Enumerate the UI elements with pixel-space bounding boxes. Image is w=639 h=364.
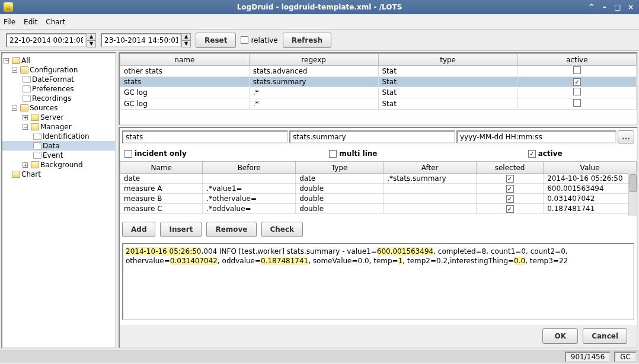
date-to-down-icon[interactable]: ▼ <box>181 40 191 47</box>
close-icon[interactable]: × <box>626 3 635 11</box>
active-checkbox[interactable]: ✓ <box>573 78 581 86</box>
menubar: File Edit Chart <box>0 14 639 30</box>
date-from-down-icon[interactable]: ▼ <box>87 40 96 47</box>
sel-checkbox[interactable]: ✓ <box>506 185 514 193</box>
app-icon: ☕ <box>4 2 13 12</box>
tree-dateformat[interactable]: DateFormat <box>2 75 115 84</box>
multiline-label: multi line <box>339 149 377 158</box>
maximize-icon[interactable]: □ <box>613 3 622 11</box>
date-to-up-icon[interactable]: ▲ <box>181 33 191 40</box>
roll-icon[interactable]: ^ <box>587 3 596 11</box>
tree-server[interactable]: +Server <box>2 113 115 122</box>
add-button[interactable]: Add <box>122 222 155 237</box>
date-from-input[interactable] <box>6 33 87 47</box>
tree-config[interactable]: −Configuration <box>2 65 115 75</box>
sel-checkbox[interactable]: ✓ <box>506 195 514 203</box>
ok-button[interactable]: OK <box>542 328 578 344</box>
datefmt-input[interactable] <box>456 130 616 143</box>
toolbar: ▲▼ ▲▼ Reset relative Refresh <box>0 30 639 51</box>
active-checkbox[interactable]: ✓ <box>528 150 536 158</box>
tree-sources[interactable]: −Sources <box>2 103 115 113</box>
log-preview: 2014-10-16 05:26:50,004 INFO [test.worke… <box>122 243 634 320</box>
fcol-name[interactable]: Name <box>120 162 203 174</box>
titlebar: ☕ LogDruid - logdruid-template.xml - /LO… <box>0 0 639 14</box>
fcol-selected[interactable]: selected <box>476 162 543 174</box>
menu-chart[interactable]: Chart <box>46 18 65 26</box>
statusbar: 901/1456 GC <box>0 350 639 363</box>
fcol-type[interactable]: Type <box>296 162 384 174</box>
active-checkbox[interactable] <box>573 88 581 95</box>
col-active[interactable]: active <box>517 54 636 66</box>
sel-checkbox[interactable]: ✓ <box>506 205 514 213</box>
menu-edit[interactable]: Edit <box>24 18 37 26</box>
insert-button[interactable]: Insert <box>160 222 202 237</box>
regex-input[interactable] <box>289 130 455 143</box>
tree: −All −Configuration DateFormat Preferenc… <box>1 52 116 349</box>
table-row[interactable]: GC log.*Stat <box>120 87 637 98</box>
browse-button[interactable]: ... <box>618 130 634 143</box>
relative-checkbox[interactable] <box>241 36 248 44</box>
table-row[interactable]: statsstats.summaryStat✓ <box>120 77 637 87</box>
minimize-icon[interactable]: – <box>600 3 609 11</box>
reset-button[interactable]: Reset <box>196 33 236 48</box>
fields-table: NameBeforeTypeAfterselectedValue datedat… <box>120 161 637 216</box>
gc-button[interactable]: GC <box>614 352 637 362</box>
active-checkbox[interactable] <box>573 99 581 107</box>
check-button[interactable]: Check <box>261 222 303 237</box>
remove-button[interactable]: Remove <box>206 222 256 237</box>
fcol-value[interactable]: Value <box>544 162 637 174</box>
memory-status: 901/1456 <box>565 352 611 362</box>
menu-file[interactable]: File <box>4 18 15 26</box>
fcol-before[interactable]: Before <box>203 162 296 174</box>
col-regexp[interactable]: regexp <box>249 54 378 66</box>
incident-checkbox[interactable] <box>124 150 132 158</box>
tree-prefs[interactable]: Preferences <box>2 84 115 94</box>
table-row[interactable]: other statsstats.advancedStat <box>120 66 637 77</box>
active-label: active <box>538 149 563 158</box>
active-checkbox[interactable] <box>573 66 581 74</box>
table-row[interactable]: measure B.*othervalue=double✓0.031407042 <box>120 194 637 204</box>
table-row[interactable]: GC log.*Stat <box>120 98 637 110</box>
incident-label: incident only <box>135 149 187 158</box>
tree-recordings[interactable]: Recordings <box>2 94 115 103</box>
details-panel: ... incident only multi line ✓active Nam… <box>119 127 638 349</box>
fcol-after[interactable]: After <box>384 162 477 174</box>
name-input[interactable] <box>122 130 288 143</box>
window-title: LogDruid - logdruid-template.xml - /LOTS <box>237 3 402 11</box>
table-row[interactable]: datedate.*stats.summary✓2014-10-16 05:26… <box>120 174 637 184</box>
tree-all[interactable]: −All <box>2 56 115 65</box>
relative-label: relative <box>251 36 277 44</box>
multiline-checkbox[interactable] <box>329 150 337 158</box>
tree-data[interactable]: Data <box>2 141 115 151</box>
recordings-table: nameregexptypeactive other statsstats.ad… <box>119 52 638 126</box>
refresh-button[interactable]: Refresh <box>283 33 331 48</box>
scrollbar[interactable] <box>628 173 637 216</box>
col-type[interactable]: type <box>378 54 517 66</box>
tree-event[interactable]: Event <box>2 151 115 160</box>
date-from-up-icon[interactable]: ▲ <box>87 33 96 40</box>
tree-identification[interactable]: Identification <box>2 132 115 141</box>
date-to-input[interactable] <box>101 33 181 47</box>
col-name[interactable]: name <box>120 54 250 66</box>
tree-manager[interactable]: −Manager <box>2 122 115 132</box>
tree-chart[interactable]: Chart <box>2 170 115 179</box>
table-row[interactable]: measure A.*value1=double✓600.001563494 <box>120 184 637 194</box>
table-row[interactable]: measure C.*oddvalue=double✓0.187481741 <box>120 204 637 214</box>
tree-background[interactable]: +Background <box>2 160 115 170</box>
sel-checkbox[interactable]: ✓ <box>506 175 514 183</box>
cancel-button[interactable]: Cancel <box>583 328 627 344</box>
